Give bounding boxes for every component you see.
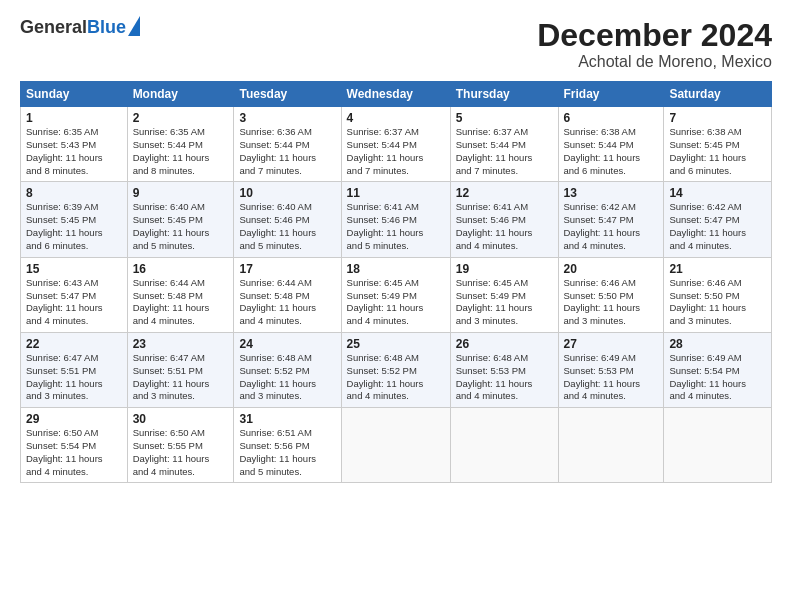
calendar-cell: 26Sunrise: 6:48 AMSunset: 5:53 PMDayligh… bbox=[450, 332, 558, 407]
calendar-cell: 4Sunrise: 6:37 AMSunset: 5:44 PMDaylight… bbox=[341, 107, 450, 182]
title-block: December 2024 Achotal de Moreno, Mexico bbox=[537, 18, 772, 71]
calendar-cell: 15Sunrise: 6:43 AMSunset: 5:47 PMDayligh… bbox=[21, 257, 128, 332]
day-number: 24 bbox=[239, 337, 335, 351]
day-number: 20 bbox=[564, 262, 659, 276]
day-number: 5 bbox=[456, 111, 553, 125]
calendar-cell: 1Sunrise: 6:35 AMSunset: 5:43 PMDaylight… bbox=[21, 107, 128, 182]
logo-general: General bbox=[20, 17, 87, 37]
day-info: Sunrise: 6:46 AMSunset: 5:50 PMDaylight:… bbox=[669, 277, 766, 328]
day-info: Sunrise: 6:38 AMSunset: 5:45 PMDaylight:… bbox=[669, 126, 766, 177]
calendar-cell: 13Sunrise: 6:42 AMSunset: 5:47 PMDayligh… bbox=[558, 182, 664, 257]
calendar-cell: 16Sunrise: 6:44 AMSunset: 5:48 PMDayligh… bbox=[127, 257, 234, 332]
day-info: Sunrise: 6:40 AMSunset: 5:45 PMDaylight:… bbox=[133, 201, 229, 252]
day-number: 8 bbox=[26, 186, 122, 200]
column-header-tuesday: Tuesday bbox=[234, 82, 341, 107]
day-number: 11 bbox=[347, 186, 445, 200]
calendar-cell: 12Sunrise: 6:41 AMSunset: 5:46 PMDayligh… bbox=[450, 182, 558, 257]
day-info: Sunrise: 6:36 AMSunset: 5:44 PMDaylight:… bbox=[239, 126, 335, 177]
day-info: Sunrise: 6:44 AMSunset: 5:48 PMDaylight:… bbox=[133, 277, 229, 328]
day-number: 19 bbox=[456, 262, 553, 276]
logo-blue: Blue bbox=[87, 17, 126, 37]
calendar-cell: 8Sunrise: 6:39 AMSunset: 5:45 PMDaylight… bbox=[21, 182, 128, 257]
calendar-cell bbox=[450, 408, 558, 483]
logo-triangle-icon bbox=[128, 16, 140, 36]
day-info: Sunrise: 6:48 AMSunset: 5:53 PMDaylight:… bbox=[456, 352, 553, 403]
logo-text-block: GeneralBlue bbox=[20, 18, 140, 38]
day-info: Sunrise: 6:35 AMSunset: 5:43 PMDaylight:… bbox=[26, 126, 122, 177]
day-info: Sunrise: 6:41 AMSunset: 5:46 PMDaylight:… bbox=[456, 201, 553, 252]
calendar-cell: 14Sunrise: 6:42 AMSunset: 5:47 PMDayligh… bbox=[664, 182, 772, 257]
calendar-week-2: 8Sunrise: 6:39 AMSunset: 5:45 PMDaylight… bbox=[21, 182, 772, 257]
calendar-title: December 2024 bbox=[537, 18, 772, 53]
calendar-cell: 2Sunrise: 6:35 AMSunset: 5:44 PMDaylight… bbox=[127, 107, 234, 182]
calendar-cell: 22Sunrise: 6:47 AMSunset: 5:51 PMDayligh… bbox=[21, 332, 128, 407]
calendar-cell: 24Sunrise: 6:48 AMSunset: 5:52 PMDayligh… bbox=[234, 332, 341, 407]
calendar-cell: 6Sunrise: 6:38 AMSunset: 5:44 PMDaylight… bbox=[558, 107, 664, 182]
calendar-cell: 18Sunrise: 6:45 AMSunset: 5:49 PMDayligh… bbox=[341, 257, 450, 332]
calendar-cell: 28Sunrise: 6:49 AMSunset: 5:54 PMDayligh… bbox=[664, 332, 772, 407]
day-info: Sunrise: 6:42 AMSunset: 5:47 PMDaylight:… bbox=[669, 201, 766, 252]
column-header-sunday: Sunday bbox=[21, 82, 128, 107]
calendar-week-5: 29Sunrise: 6:50 AMSunset: 5:54 PMDayligh… bbox=[21, 408, 772, 483]
column-header-friday: Friday bbox=[558, 82, 664, 107]
day-number: 27 bbox=[564, 337, 659, 351]
day-number: 16 bbox=[133, 262, 229, 276]
day-info: Sunrise: 6:42 AMSunset: 5:47 PMDaylight:… bbox=[564, 201, 659, 252]
day-info: Sunrise: 6:38 AMSunset: 5:44 PMDaylight:… bbox=[564, 126, 659, 177]
day-number: 6 bbox=[564, 111, 659, 125]
day-number: 23 bbox=[133, 337, 229, 351]
day-info: Sunrise: 6:51 AMSunset: 5:56 PMDaylight:… bbox=[239, 427, 335, 478]
calendar-cell: 7Sunrise: 6:38 AMSunset: 5:45 PMDaylight… bbox=[664, 107, 772, 182]
day-info: Sunrise: 6:50 AMSunset: 5:54 PMDaylight:… bbox=[26, 427, 122, 478]
day-info: Sunrise: 6:45 AMSunset: 5:49 PMDaylight:… bbox=[347, 277, 445, 328]
day-info: Sunrise: 6:49 AMSunset: 5:53 PMDaylight:… bbox=[564, 352, 659, 403]
day-number: 7 bbox=[669, 111, 766, 125]
day-info: Sunrise: 6:46 AMSunset: 5:50 PMDaylight:… bbox=[564, 277, 659, 328]
day-number: 22 bbox=[26, 337, 122, 351]
calendar-cell: 21Sunrise: 6:46 AMSunset: 5:50 PMDayligh… bbox=[664, 257, 772, 332]
day-number: 4 bbox=[347, 111, 445, 125]
column-header-thursday: Thursday bbox=[450, 82, 558, 107]
calendar-cell: 20Sunrise: 6:46 AMSunset: 5:50 PMDayligh… bbox=[558, 257, 664, 332]
day-number: 26 bbox=[456, 337, 553, 351]
day-info: Sunrise: 6:43 AMSunset: 5:47 PMDaylight:… bbox=[26, 277, 122, 328]
calendar-cell: 11Sunrise: 6:41 AMSunset: 5:46 PMDayligh… bbox=[341, 182, 450, 257]
day-info: Sunrise: 6:48 AMSunset: 5:52 PMDaylight:… bbox=[239, 352, 335, 403]
calendar-week-3: 15Sunrise: 6:43 AMSunset: 5:47 PMDayligh… bbox=[21, 257, 772, 332]
column-header-wednesday: Wednesday bbox=[341, 82, 450, 107]
logo: GeneralBlue bbox=[20, 18, 140, 38]
day-info: Sunrise: 6:47 AMSunset: 5:51 PMDaylight:… bbox=[26, 352, 122, 403]
day-number: 15 bbox=[26, 262, 122, 276]
calendar-cell: 25Sunrise: 6:48 AMSunset: 5:52 PMDayligh… bbox=[341, 332, 450, 407]
day-number: 1 bbox=[26, 111, 122, 125]
day-number: 29 bbox=[26, 412, 122, 426]
day-number: 28 bbox=[669, 337, 766, 351]
calendar-cell: 30Sunrise: 6:50 AMSunset: 5:55 PMDayligh… bbox=[127, 408, 234, 483]
day-number: 21 bbox=[669, 262, 766, 276]
day-info: Sunrise: 6:44 AMSunset: 5:48 PMDaylight:… bbox=[239, 277, 335, 328]
day-number: 13 bbox=[564, 186, 659, 200]
calendar-subtitle: Achotal de Moreno, Mexico bbox=[537, 53, 772, 71]
day-info: Sunrise: 6:40 AMSunset: 5:46 PMDaylight:… bbox=[239, 201, 335, 252]
day-number: 10 bbox=[239, 186, 335, 200]
calendar-week-1: 1Sunrise: 6:35 AMSunset: 5:43 PMDaylight… bbox=[21, 107, 772, 182]
calendar-header-row: SundayMondayTuesdayWednesdayThursdayFrid… bbox=[21, 82, 772, 107]
day-info: Sunrise: 6:50 AMSunset: 5:55 PMDaylight:… bbox=[133, 427, 229, 478]
calendar-week-4: 22Sunrise: 6:47 AMSunset: 5:51 PMDayligh… bbox=[21, 332, 772, 407]
column-header-monday: Monday bbox=[127, 82, 234, 107]
day-number: 31 bbox=[239, 412, 335, 426]
day-info: Sunrise: 6:37 AMSunset: 5:44 PMDaylight:… bbox=[347, 126, 445, 177]
day-info: Sunrise: 6:49 AMSunset: 5:54 PMDaylight:… bbox=[669, 352, 766, 403]
day-info: Sunrise: 6:37 AMSunset: 5:44 PMDaylight:… bbox=[456, 126, 553, 177]
day-number: 9 bbox=[133, 186, 229, 200]
day-info: Sunrise: 6:35 AMSunset: 5:44 PMDaylight:… bbox=[133, 126, 229, 177]
calendar-cell: 19Sunrise: 6:45 AMSunset: 5:49 PMDayligh… bbox=[450, 257, 558, 332]
day-info: Sunrise: 6:41 AMSunset: 5:46 PMDaylight:… bbox=[347, 201, 445, 252]
day-number: 14 bbox=[669, 186, 766, 200]
calendar-cell: 23Sunrise: 6:47 AMSunset: 5:51 PMDayligh… bbox=[127, 332, 234, 407]
column-header-saturday: Saturday bbox=[664, 82, 772, 107]
day-number: 2 bbox=[133, 111, 229, 125]
calendar-cell: 10Sunrise: 6:40 AMSunset: 5:46 PMDayligh… bbox=[234, 182, 341, 257]
day-info: Sunrise: 6:47 AMSunset: 5:51 PMDaylight:… bbox=[133, 352, 229, 403]
calendar-cell: 5Sunrise: 6:37 AMSunset: 5:44 PMDaylight… bbox=[450, 107, 558, 182]
